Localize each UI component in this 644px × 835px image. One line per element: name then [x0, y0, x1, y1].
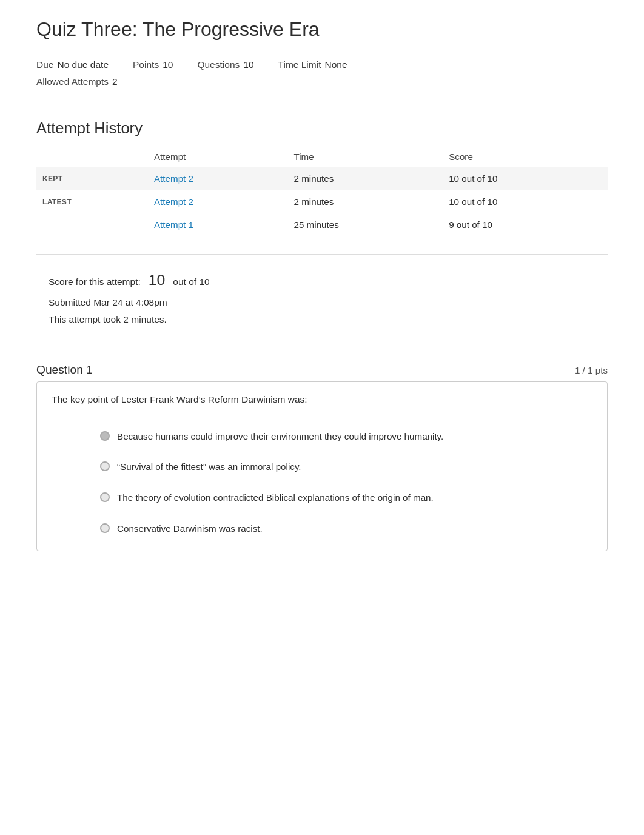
attempt-row: LATEST Attempt 2 2 minutes 10 out of 10 — [36, 190, 608, 213]
answer-radio[interactable] — [100, 523, 110, 533]
attempt-link[interactable]: Attempt 2 — [154, 196, 193, 207]
allowed-attempts-value: 2 — [112, 76, 118, 87]
quiz-meta-bar: Due No due date Points 10 Questions 10 T… — [36, 52, 608, 95]
attempt-time: 25 minutes — [287, 213, 443, 236]
points-label: Points — [133, 59, 159, 70]
question-1-header: Question 1 1 / 1 pts — [36, 358, 608, 381]
duration-text: This attempt took 2 minutes. — [49, 311, 595, 328]
col-tag — [36, 147, 148, 167]
answer-radio[interactable] — [100, 431, 110, 441]
answer-text: Conservative Darwinism was racist. — [117, 522, 263, 536]
time-limit-label: Time Limit — [278, 59, 321, 70]
question-1-answers: Correct!Because humans could improve the… — [37, 415, 607, 551]
attempt-history-heading: Attempt History — [36, 119, 608, 137]
answer-text: Because humans could improve their envir… — [117, 430, 443, 444]
answer-row: Because humans could improve their envir… — [86, 421, 607, 452]
col-attempt: Attempt — [148, 147, 288, 167]
question-1-text: The key point of Lester Frank Ward’s Ref… — [37, 382, 607, 415]
questions-value: 10 — [243, 59, 253, 70]
attempt-time: 2 minutes — [287, 167, 443, 190]
question-1-pts: 1 / 1 pts — [575, 365, 608, 375]
answer-wrapper: “Survival of the fittest” was an immoral… — [37, 452, 607, 483]
points-value: 10 — [163, 59, 173, 70]
col-time: Time — [287, 147, 443, 167]
attempt-link-cell[interactable]: Attempt 2 — [148, 190, 288, 213]
score-out-of: out of 10 — [173, 277, 209, 287]
question-1-title: Question 1 — [36, 363, 93, 377]
attempt-score: 9 out of 10 — [443, 213, 608, 236]
score-summary: Score for this attempt: 10 out of 10 Sub… — [36, 254, 608, 340]
attempt-link[interactable]: Attempt 1 — [154, 220, 193, 230]
questions-label: Questions — [197, 59, 240, 70]
attempt-link[interactable]: Attempt 2 — [154, 173, 193, 184]
time-limit-value: None — [325, 59, 347, 70]
answer-text: “Survival of the fittest” was an immoral… — [117, 460, 301, 474]
score-label: Score for this attempt: — [49, 277, 141, 287]
attempt-tag: LATEST — [36, 190, 148, 213]
answer-row: The theory of evolution contradicted Bib… — [86, 483, 607, 514]
col-score: Score — [443, 147, 608, 167]
answer-wrapper: Correct!Because humans could improve the… — [37, 421, 607, 452]
allowed-attempts-label: Allowed Attempts — [36, 76, 109, 87]
attempt-tag: KEPT — [36, 167, 148, 190]
answer-wrapper: Conservative Darwinism was racist. — [37, 514, 607, 545]
attempt-link-cell[interactable]: Attempt 2 — [148, 167, 288, 190]
quiz-title: Quiz Three: The Progressive Era — [36, 18, 608, 41]
attempt-tag — [36, 213, 148, 236]
attempt-score: 10 out of 10 — [443, 167, 608, 190]
attempt-link-cell[interactable]: Attempt 1 — [148, 213, 288, 236]
attempt-history-section: Attempt History Attempt Time Score KEPT … — [36, 119, 608, 236]
answer-text: The theory of evolution contradicted Bib… — [117, 491, 434, 505]
attempt-time: 2 minutes — [287, 190, 443, 213]
due-label: Due — [36, 59, 53, 70]
submitted-text: Submitted Mar 24 at 4:08pm — [49, 294, 595, 311]
score-number: 10 — [149, 272, 166, 288]
attempt-row: Attempt 1 25 minutes 9 out of 10 — [36, 213, 608, 236]
attempt-row: KEPT Attempt 2 2 minutes 10 out of 10 — [36, 167, 608, 190]
answer-wrapper: The theory of evolution contradicted Bib… — [37, 483, 607, 514]
question-1-body: The key point of Lester Frank Ward’s Ref… — [36, 381, 608, 551]
attempt-history-table: Attempt Time Score KEPT Attempt 2 2 minu… — [36, 147, 608, 236]
attempt-score: 10 out of 10 — [443, 190, 608, 213]
answer-radio[interactable] — [100, 461, 110, 471]
answer-row: “Survival of the fittest” was an immoral… — [86, 452, 607, 483]
answer-radio[interactable] — [100, 492, 110, 502]
answer-row: Conservative Darwinism was racist. — [86, 514, 607, 545]
question-1-block: Question 1 1 / 1 pts The key point of Le… — [36, 358, 608, 551]
due-value: No due date — [57, 59, 109, 70]
